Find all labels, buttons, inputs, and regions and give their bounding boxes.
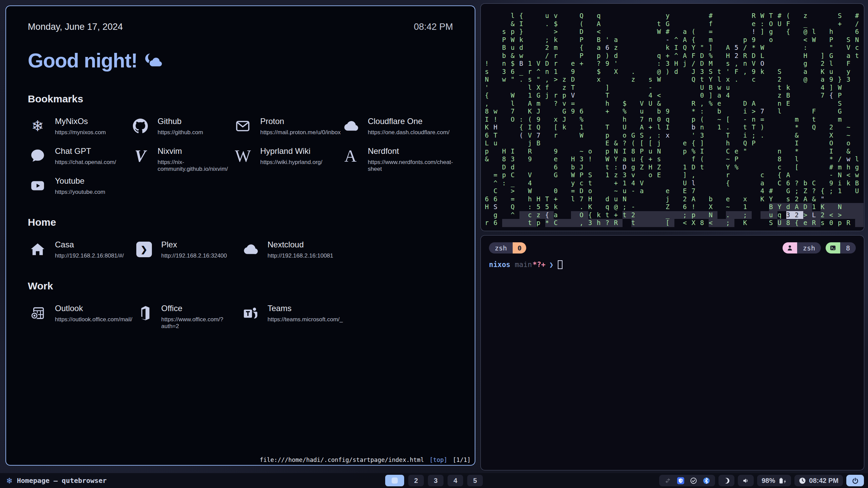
- bookmark-link[interactable]: Teamshttps://teams.microsoft.com/_: [240, 303, 347, 323]
- nixos-logo-icon: ❄: [7, 476, 12, 485]
- matrix-row: ,lAm?v=h$VU&R,%eDAnES: [485, 100, 860, 108]
- link-url: https://wiki.hyprland.org/: [260, 159, 322, 166]
- taskbar-window-title: ❄ Homepage — qutebrowser: [0, 476, 107, 485]
- link-title: Outlook: [55, 304, 132, 313]
- night-light-toggle[interactable]: [718, 475, 734, 486]
- terminal-icon: [826, 242, 840, 253]
- matrix-row: s36_r^n19$X.@)dJ3St'F,9kSaKuy: [485, 68, 860, 76]
- tmux-window-tab[interactable]: zsh 0: [489, 242, 526, 253]
- link-title: Github: [158, 117, 203, 126]
- battery-charging-icon: [778, 477, 787, 484]
- link-url: http://192.168.2.16:32400: [161, 252, 227, 259]
- bookmark-link[interactable]: VNixvimhttps://nix-community.github.io/n…: [131, 146, 233, 166]
- matrix-row: sp}>D<W#a(=!]g{@lh6: [485, 28, 860, 36]
- link-title: MyNixOs: [55, 117, 106, 126]
- bluetooth-icon[interactable]: [703, 477, 710, 484]
- link-url: http://192.168.2.16:10081: [268, 252, 333, 259]
- terminal-shell-window: zsh 0 zsh 8 nixos main *?+ ❯: [480, 235, 864, 470]
- greeting-text: Good night!: [28, 49, 137, 72]
- check-circle-icon[interactable]: [690, 477, 697, 484]
- bookmark-link[interactable]: Githubhttps://github.com: [131, 116, 233, 136]
- workspace-button-1[interactable]: [385, 475, 404, 486]
- matrix-row: {W1GjrpVT4<0]a4zB7{P: [485, 92, 860, 100]
- bookmark-link[interactable]: Casahttp://192.168.2.16:8081/#/: [28, 240, 134, 259]
- shell-prompt: nixos main *?+ ❯: [489, 260, 864, 269]
- matrix-row: b&w/rPp)dq+^AFD%H2RDLH]Gat: [485, 52, 860, 60]
- matrix-row: 6T(V7rWpoGS,:x'3Ti;.&X~: [485, 131, 860, 140]
- matrix-row: !n$B1VDre+?9':3Hj/DMs,nVOg2lF: [485, 60, 860, 68]
- house-icon: [28, 240, 47, 259]
- matrix-rain: l{uvQqy#RWT#(zS#&I.$(AtGfe:OUF_+/sp}>D<W…: [481, 4, 864, 227]
- matrix-row: LujBE&?([[je{]hQPIOo: [485, 139, 860, 147]
- battery-widget[interactable]: 98%: [757, 475, 791, 486]
- startpage: Monday, June 17, 2024 08:42 PM Good nigh…: [6, 6, 475, 465]
- bookmark-link[interactable]: ANerdfonthttps://www.nerdfonts.com/cheat…: [341, 146, 453, 166]
- bitwarden-shield-icon[interactable]: [677, 477, 684, 484]
- startpage-header: Monday, June 17, 2024 08:42 PM: [28, 22, 453, 32]
- matrix-row: pHIR9~opNI8PuNp%ICe"n*I&: [485, 147, 860, 156]
- section-title: Work: [28, 280, 453, 292]
- tmux-user-label: zsh: [797, 242, 821, 253]
- workspace-button-5[interactable]: 5: [467, 475, 483, 486]
- active-workspace-indicator: [392, 477, 398, 484]
- links-grid: Outlookhttps://outlook.office.com/mail/O…: [28, 303, 453, 323]
- link-url: https://www.nerdfonts.com/cheat-sheet: [368, 159, 453, 172]
- clock-widget[interactable]: 08:42 PM: [794, 475, 843, 486]
- taskbar: ❄ Homepage — qutebrowser 2345 98% 08:42 …: [0, 473, 868, 488]
- qutebrowser-window: Monday, June 17, 2024 08:42 PM Good nigh…: [5, 5, 475, 466]
- link-title: Nextcloud: [268, 240, 333, 249]
- mail-icon: [233, 116, 253, 136]
- moon-cloud-icon: [143, 49, 164, 72]
- tmux-statusbar: zsh 0 zsh 8: [481, 236, 864, 253]
- matrix-row: Dd6bJt:DgZHZ1DtY%c[#mhg: [485, 163, 860, 171]
- bookmark-link[interactable]: Outlookhttps://outlook.office.com/mail/: [28, 303, 134, 323]
- link-title: Cloudflare One: [368, 117, 450, 126]
- bookmark-link[interactable]: Chat GPThttps://chat.openai.com/: [28, 146, 131, 166]
- wiki-icon: W: [233, 146, 253, 166]
- statusbar-tab-counter: [1/1]: [453, 456, 471, 463]
- power-button[interactable]: [846, 475, 864, 486]
- matrix-row: I!O:(9xJ%h7n0qp(~[-n=mtm: [485, 116, 860, 124]
- link-title: Hyprland Wiki: [260, 146, 322, 156]
- link-title: Youtube: [55, 176, 105, 186]
- link-url: https://github.com: [158, 129, 203, 136]
- volume-widget[interactable]: [738, 475, 754, 486]
- links-grid: Casahttp://192.168.2.16:8081/#/❯Plexhttp…: [28, 240, 453, 259]
- matrix-row: 66=hHT+l7HduNj2AbexKYs2A&": [485, 195, 860, 203]
- workspace-button-3[interactable]: 3: [428, 475, 443, 486]
- bookmark-link[interactable]: Officehttps://www.office.com/?auth=2: [134, 303, 241, 323]
- kdeconnect-icon[interactable]: [664, 477, 671, 484]
- matrix-row: Nw".s",>zDxzsWQtYlx.c2@a9}3: [485, 76, 860, 84]
- link-title: Plex: [161, 240, 227, 249]
- prompt-git-branch: main: [515, 261, 532, 269]
- date-label: Monday, June 17, 2024: [28, 22, 123, 32]
- matrix-row: PWk;kPB'a-^A{mp9o<WPSN: [485, 36, 860, 44]
- cloud-icon: [240, 240, 260, 259]
- matrix-row: l{uvQqy#RWT#(zS#: [485, 12, 860, 20]
- link-title: Chat GPT: [55, 146, 116, 156]
- link-url: https://teams.microsoft.com/_: [268, 316, 343, 323]
- bookmark-link[interactable]: ❄MyNixOshttps://mynixos.com: [28, 116, 131, 136]
- matrix-row: &839eH3!WYau{+sf(~P8l*/wl: [485, 155, 860, 163]
- matrix-row: KH{IQ[k1TUA+lIbn1.tT)*Q2~: [485, 123, 860, 131]
- link-url: http://192.168.2.16:8081/#/: [55, 252, 124, 259]
- workspace-label: 3: [434, 477, 437, 485]
- workspace-switcher: 2345: [385, 475, 483, 486]
- bookmark-link[interactable]: Youtubehttps://youtube.com: [28, 176, 131, 196]
- bookmark-link[interactable]: WHyprland Wikihttps://wiki.hyprland.org/: [233, 146, 340, 166]
- workspace-label: 4: [453, 477, 457, 485]
- bookmark-link[interactable]: Nextcloudhttp://192.168.2.16:10081: [240, 240, 347, 259]
- matrix-row: g^cz{aO{kt+t2_;pN.;uq32>L2<>: [485, 211, 860, 219]
- clock-icon: [799, 477, 806, 484]
- tmux-window-name: zsh: [489, 242, 513, 253]
- chat-bubble-icon: [28, 146, 47, 166]
- prompt-symbol: ❯: [549, 261, 554, 269]
- link-url: https://youtube.com: [55, 189, 105, 196]
- bookmark-link[interactable]: ❯Plexhttp://192.168.2.16:32400: [134, 240, 241, 259]
- clock-label: 08:42 PM: [414, 22, 453, 32]
- workspace-button-2[interactable]: 2: [408, 475, 424, 486]
- workspace-button-4[interactable]: 4: [448, 475, 463, 486]
- bookmark-link[interactable]: Protonhttps://mail.proton.me/u/0/inbox: [233, 116, 340, 136]
- terminal-matrix-window: l{uvQqy#RWT#(zS#&I.$(AtGfe:OUF_+/sp}>D<W…: [480, 3, 864, 231]
- bookmark-link[interactable]: Cloudflare Onehttps://one.dash.cloudflar…: [341, 116, 453, 136]
